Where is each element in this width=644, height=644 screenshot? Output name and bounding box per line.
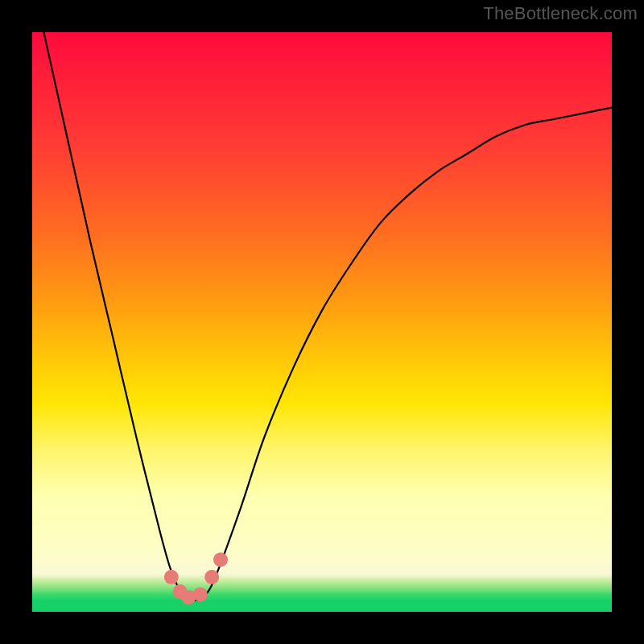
attribution-text: TheBottleneck.com (483, 3, 638, 24)
chart-frame: TheBottleneck.com (0, 0, 644, 644)
chart-overlay-svg (32, 32, 612, 612)
sweet-spot-markers (164, 552, 228, 605)
sweet-spot-marker (193, 587, 208, 601)
sweet-spot-marker (204, 570, 219, 584)
bottleneck-curve (43, 32, 612, 601)
sweet-spot-marker (213, 552, 228, 567)
sweet-spot-marker (164, 570, 179, 584)
